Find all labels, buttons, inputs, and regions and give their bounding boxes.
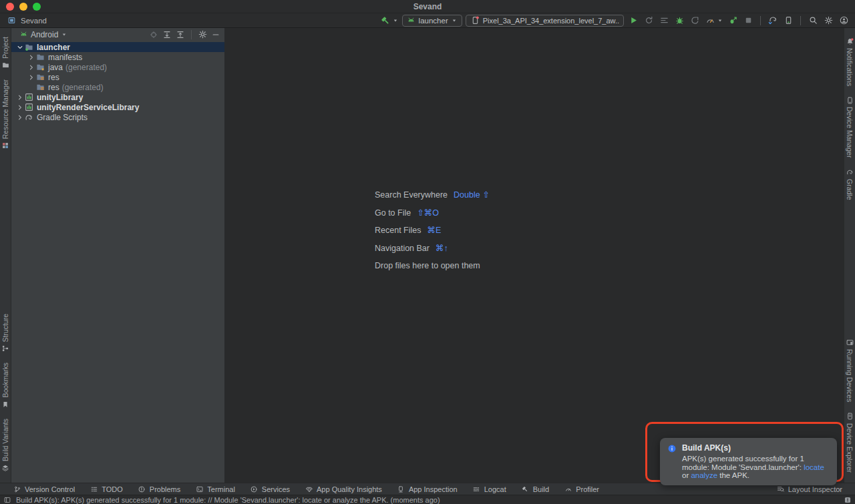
chevron-right-icon[interactable] [15,113,24,122]
shortcut-label: Navigation Bar [375,244,430,253]
tree-row-res-generated[interactable]: res (generated) [11,82,224,92]
toolwindow-terminal[interactable]: Terminal [188,483,242,495]
shortcut-line: Go to File⇧⌘O [375,204,490,222]
hide-panel-icon[interactable] [210,29,221,40]
locate-file-icon[interactable] [148,29,159,40]
android-icon [19,29,28,40]
folder-icon [35,52,45,62]
project-tree: launcher manifests java (generated) [11,41,224,122]
device-select[interactable]: Pixel_3a_API_34_extension_level_7_aw.. [466,15,624,27]
tree-row-launcher[interactable]: launcher [11,42,224,52]
toolwindow-app-inspection[interactable]: App Inspection [389,483,465,495]
project-widget[interactable]: Sevand [5,15,47,27]
sidebar-item-resource-manager[interactable]: Resource Manager [1,79,10,150]
toolwindow-todo[interactable]: TODO [82,483,130,495]
device-manager-button[interactable] [782,15,794,27]
chevron-down-icon[interactable] [15,43,24,52]
build-apk-notification[interactable]: Build APK(s) APK(s) generated successful… [660,438,837,485]
toolwindow-label: TODO [102,485,123,493]
gradle-sync-button[interactable] [767,15,779,27]
app-inspection-icon [397,485,405,493]
device-label: Pixel_3a_API_34_extension_level_7_aw.. [483,17,619,25]
stripe-label: Bookmarks [1,362,9,398]
sidebar-item-device-explorer[interactable]: Device Explorer [845,412,854,473]
settings-gear-icon[interactable] [822,15,834,27]
stripe-label: Running Devices [846,349,854,402]
apply-code-changes-icon[interactable] [689,15,701,27]
tree-row-manifests[interactable]: manifests [11,52,224,62]
tree-row-java[interactable]: java (generated) [11,62,224,72]
collapse-all-icon[interactable] [175,29,186,40]
stop-button[interactable] [742,15,754,27]
toolwindow-app-quality-insights[interactable]: App Quality Insights [297,483,389,495]
coverage-icon[interactable] [658,15,670,27]
toolwindow-logcat[interactable]: Logcat [465,483,514,495]
profiler-button[interactable] [704,15,723,27]
module-folder-icon [24,42,34,52]
chevron-right-icon[interactable] [27,73,35,82]
panel-settings-gear-icon[interactable] [197,29,208,40]
shortcut-label: Search Everywhere [375,190,448,200]
chevron-down-icon[interactable] [61,29,67,40]
account-avatar-icon[interactable] [838,15,850,27]
tree-row-unitylibrary[interactable]: unityLibrary [11,92,224,102]
chevron-right-icon[interactable] [15,93,24,102]
toolwindow-version-control[interactable]: Version Control [5,483,82,495]
logcat-icon [472,485,481,493]
rerun-icon[interactable] [643,15,655,27]
tree-item-label: res [48,83,59,92]
no-chevron [27,83,35,92]
shortcut-keys: ⌘↑ [436,244,448,253]
res-folder-icon [35,82,45,92]
notifications-alert-icon[interactable] [844,496,852,504]
toolwindow-profiler[interactable]: Profiler [556,483,607,495]
zoom-window-button[interactable] [33,3,41,11]
notification-text: the APK. [717,471,749,479]
sidebar-item-bookmarks[interactable]: Bookmarks [1,362,10,409]
close-window-button[interactable] [6,3,14,11]
search-icon[interactable] [807,15,819,27]
expand-all-icon[interactable] [162,29,172,40]
tool-window-toggle-icon[interactable] [3,496,11,504]
editor-area[interactable]: Search EverywhereDouble ⇧ Go to File⇧⌘O … [224,28,844,483]
tree-row-gradle-scripts[interactable]: Gradle Scripts [11,112,224,122]
project-view-selector[interactable]: Android [31,30,58,39]
sidebar-item-notifications[interactable]: Notifications [845,37,854,86]
sidebar-item-gradle[interactable]: Gradle [845,168,854,200]
android-studio-window: Sevand Sevand launcher Pixel_3a_API_34_e… [0,0,855,504]
stripe-label: Resource Manager [1,79,9,139]
chevron-right-icon[interactable] [27,63,35,72]
run-configuration-select[interactable]: launcher [402,15,462,27]
sidebar-item-running-devices[interactable]: Running Devices [845,338,854,402]
sidebar-item-device-manager[interactable]: Device Manager [845,95,854,158]
module-library-icon [24,102,34,112]
sidebar-item-structure[interactable]: Structure [1,314,10,354]
attach-debugger-icon[interactable] [727,15,739,27]
locate-link[interactable]: locate [804,463,824,471]
gradle-elephant-icon [24,112,34,122]
tree-row-unityrenderservicelibrary[interactable]: unityRenderServiceLibrary [11,102,224,112]
device-explorer-icon [845,412,854,421]
debug-button[interactable] [673,15,685,27]
chevron-down-icon [392,15,399,27]
chevron-right-icon[interactable] [15,103,24,112]
toolwindow-build[interactable]: Build [514,483,556,495]
sidebar-item-project[interactable]: Project [1,37,10,70]
analyze-link[interactable]: analyze [691,471,717,479]
shortcut-line: Drop files here to open them [375,257,490,275]
chevron-right-icon[interactable] [27,53,35,62]
sidebar-item-build-variants[interactable]: Build Variants [1,419,10,473]
device-phone-icon [470,15,480,27]
toolwindow-problems[interactable]: Problems [130,483,188,495]
build-button[interactable] [379,15,399,27]
status-message[interactable]: Build APK(s): APK(s) generated successfu… [16,496,440,504]
toolwindow-label: App Inspection [409,485,458,493]
resource-manager-icon [1,141,10,150]
minimize-window-button[interactable] [19,3,27,11]
run-button[interactable] [627,15,639,27]
bell-icon [845,37,854,46]
tree-row-res[interactable]: res [11,72,224,82]
toolwindow-label: App Quality Insights [317,485,382,493]
toolwindow-label: Services [262,485,290,493]
toolwindow-services[interactable]: Services [242,483,297,495]
